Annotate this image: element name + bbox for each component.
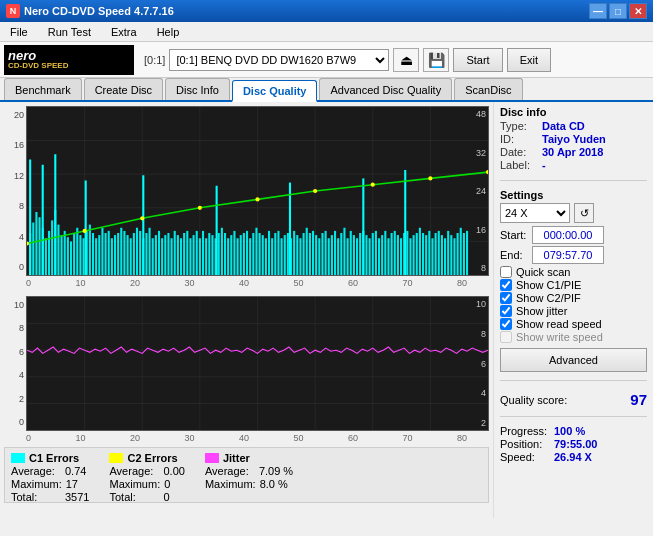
legend-c1-total-label: Total: <box>11 491 61 503</box>
svg-rect-73 <box>221 228 223 275</box>
svg-rect-74 <box>224 233 226 275</box>
svg-rect-27 <box>76 228 78 275</box>
tab-create-disc[interactable]: Create Disc <box>84 78 163 100</box>
menu-run-test[interactable]: Run Test <box>42 24 97 40</box>
svg-point-167 <box>371 183 375 187</box>
svg-rect-79 <box>240 235 242 275</box>
drive-select[interactable]: [0:1] BENQ DVD DD DW1620 B7W9 <box>169 49 389 71</box>
y-bot-right-8: 8 <box>466 329 488 339</box>
svg-rect-63 <box>189 238 191 275</box>
quality-score-row: Quality score: 97 <box>500 391 647 408</box>
maximize-button[interactable]: □ <box>609 3 627 19</box>
progress-label: Progress: <box>500 425 550 437</box>
svg-rect-43 <box>127 235 129 275</box>
svg-rect-55 <box>164 235 166 275</box>
y-bot-right-2: 2 <box>466 418 488 428</box>
svg-rect-90 <box>274 233 276 275</box>
svg-rect-84 <box>255 228 257 275</box>
legend-jitter-color <box>205 453 219 463</box>
svg-rect-38 <box>111 238 113 275</box>
legend-c2-total-label: Total: <box>109 491 159 503</box>
legend-c2-max-value: 0 <box>164 478 170 490</box>
refresh-button[interactable]: ↺ <box>574 203 594 223</box>
legend-c1-total-value: 3571 <box>65 491 89 503</box>
legend-jitter-title: Jitter <box>223 452 250 464</box>
titlebar-left: N Nero CD-DVD Speed 4.7.7.16 <box>6 4 174 18</box>
tab-advanced-disc-quality[interactable]: Advanced Disc Quality <box>319 78 452 100</box>
disc-date-label: Date: <box>500 146 538 158</box>
svg-rect-17 <box>45 238 47 275</box>
tabs: Benchmark Create Disc Disc Info Disc Qua… <box>0 78 653 102</box>
svg-rect-35 <box>101 228 103 275</box>
start-button[interactable]: Start <box>453 48 502 72</box>
svg-rect-136 <box>419 228 421 275</box>
quick-scan-checkbox[interactable] <box>500 266 512 278</box>
legend-c1: C1 Errors Average: 0.74 Maximum: 17 Tota… <box>11 452 89 498</box>
svg-rect-108 <box>331 235 333 275</box>
exit-button[interactable]: Exit <box>507 48 551 72</box>
eject-icon[interactable]: ⏏ <box>393 48 419 72</box>
save-icon[interactable]: 💾 <box>423 48 449 72</box>
svg-rect-86 <box>262 235 264 275</box>
svg-point-162 <box>83 229 87 233</box>
legend-c2-avg-value: 0.00 <box>163 465 184 477</box>
advanced-button[interactable]: Advanced <box>500 348 647 372</box>
show-read-speed-checkbox[interactable] <box>500 318 512 330</box>
svg-rect-98 <box>299 238 301 275</box>
menu-file[interactable]: File <box>4 24 34 40</box>
end-label: End: <box>500 249 528 261</box>
svg-rect-34 <box>98 235 100 275</box>
y-top-20: 20 <box>4 110 24 120</box>
settings-section: Settings 4 X8 X12 X16 X24 X32 X40 X48 XM… <box>500 189 647 372</box>
svg-rect-64 <box>193 235 195 275</box>
y-right-16: 16 <box>466 225 488 235</box>
svg-rect-123 <box>378 238 380 275</box>
y-right-8: 8 <box>466 263 488 273</box>
chart-area: 20 16 12 8 4 0 <box>0 102 493 518</box>
speed-select[interactable]: 4 X8 X12 X16 X24 X32 X40 X48 XMax <box>500 203 570 223</box>
svg-rect-152 <box>29 160 31 276</box>
svg-rect-159 <box>362 178 364 275</box>
svg-rect-46 <box>136 228 138 275</box>
tab-scan-disc[interactable]: ScanDisc <box>454 78 522 100</box>
svg-rect-106 <box>325 231 327 275</box>
end-time-input[interactable] <box>532 246 604 264</box>
show-jitter-checkbox[interactable] <box>500 305 512 317</box>
tab-disc-info[interactable]: Disc Info <box>165 78 230 100</box>
show-c1-checkbox[interactable] <box>500 279 512 291</box>
svg-rect-36 <box>105 233 107 275</box>
disc-type-label: Type: <box>500 120 538 132</box>
menu-extra[interactable]: Extra <box>105 24 143 40</box>
legend-c1-color <box>11 453 25 463</box>
svg-rect-65 <box>196 231 198 275</box>
show-write-speed-checkbox[interactable] <box>500 331 512 343</box>
main-content: 20 16 12 8 4 0 <box>0 102 653 518</box>
svg-rect-155 <box>85 181 87 276</box>
svg-rect-146 <box>450 235 452 275</box>
tab-disc-quality[interactable]: Disc Quality <box>232 80 318 102</box>
quality-score-value: 97 <box>630 391 647 408</box>
disc-date-value: 30 Apr 2018 <box>542 146 603 158</box>
svg-rect-51 <box>152 238 154 275</box>
svg-rect-129 <box>397 235 399 275</box>
show-c2-checkbox[interactable] <box>500 292 512 304</box>
svg-rect-80 <box>243 233 245 275</box>
svg-rect-85 <box>259 233 261 275</box>
y-top-12: 12 <box>4 171 24 181</box>
minimize-button[interactable]: — <box>589 3 607 19</box>
svg-rect-76 <box>230 235 232 275</box>
svg-rect-52 <box>155 235 157 275</box>
menu-help[interactable]: Help <box>151 24 186 40</box>
titlebar-title: Nero CD-DVD Speed 4.7.7.16 <box>24 5 174 17</box>
tab-benchmark[interactable]: Benchmark <box>4 78 82 100</box>
quick-scan-label: Quick scan <box>516 266 570 278</box>
svg-rect-134 <box>413 235 415 275</box>
close-button[interactable]: ✕ <box>629 3 647 19</box>
svg-rect-119 <box>365 235 367 275</box>
drive-label: [0:1] <box>144 54 165 66</box>
svg-rect-107 <box>328 238 330 275</box>
start-time-input[interactable] <box>532 226 604 244</box>
y-bot-right-6: 6 <box>466 359 488 369</box>
svg-rect-56 <box>167 233 169 275</box>
svg-rect-101 <box>309 233 311 275</box>
